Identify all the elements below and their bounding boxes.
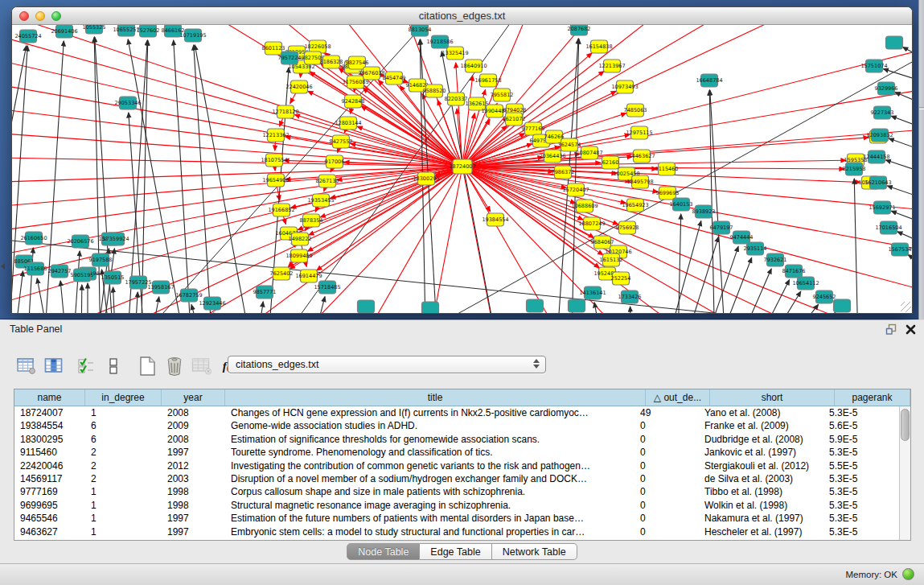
table-row[interactable]: 911546021997Tourette syndrome. Phenomeno… xyxy=(14,446,899,459)
right-splitter[interactable] xyxy=(918,0,924,319)
column-header-year[interactable]: year xyxy=(162,389,225,406)
select-columns-icon[interactable] xyxy=(43,356,64,377)
graph-edge xyxy=(257,302,263,313)
graph-node-label: 7932621 xyxy=(764,257,787,263)
table-cell: Corpus callosum shape and size in male p… xyxy=(225,485,634,498)
citation-network-graph[interactable]: 1872400718226058105433922242004612718120… xyxy=(12,25,912,313)
graph-node-label: 5905195 xyxy=(71,272,94,278)
network-window-titlebar[interactable]: citations_edges.txt xyxy=(12,7,912,25)
table-row[interactable]: 977716911998Corpus callosum shape and si… xyxy=(14,485,899,498)
table-toolbar: f(x) xyxy=(16,352,246,380)
table-cell: 0 xyxy=(634,499,699,512)
graph-edge xyxy=(81,285,82,313)
close-icon[interactable] xyxy=(906,324,916,335)
table-panel-title: Table Panel xyxy=(10,323,62,335)
graph-node-label: 12923446 xyxy=(199,300,225,307)
table-cell: 0 xyxy=(634,472,699,485)
tab-node-table[interactable]: Node Table xyxy=(347,543,420,560)
table-cell: 0 xyxy=(634,459,699,472)
graph-node-label: 8938923 xyxy=(692,208,716,215)
graph-node-label: 9197588 xyxy=(89,257,113,263)
table-panel: Table Panel xyxy=(0,320,924,563)
table-cell: 9777169 xyxy=(14,485,85,498)
table-selector-dropdown[interactable]: citations_edges.txt xyxy=(228,356,546,373)
scrollbar-thumb[interactable] xyxy=(901,409,910,441)
column-header-short[interactable]: short xyxy=(710,389,835,406)
graph-node-label: 12975115 xyxy=(626,130,652,136)
graph-node[interactable] xyxy=(834,299,851,312)
column-header-in_degree[interactable]: in_degree xyxy=(85,389,162,406)
graph-node-label: 8471676 xyxy=(782,268,806,274)
graph-node[interactable] xyxy=(527,299,544,312)
graph-edge xyxy=(854,179,858,313)
network-window[interactable]: citations_edges.txt 18724007182260581054… xyxy=(11,6,913,314)
graph-edge xyxy=(174,40,193,313)
table-row[interactable]: 946362711997Embryonic stem cells: a mode… xyxy=(14,525,899,538)
graph-edge xyxy=(739,269,771,313)
graph-node-label: 252254 xyxy=(611,275,631,282)
graph-node-label: 13958167 xyxy=(147,284,174,290)
column-header-out_de[interactable]: △ out_de... xyxy=(646,389,710,406)
graph-edge xyxy=(125,40,147,313)
graph-node-label: 62160 xyxy=(602,159,619,166)
table-settings-icon[interactable] xyxy=(16,356,37,377)
graph-node-label: 7957224 xyxy=(278,55,302,61)
graph-node-label: 29053346 xyxy=(114,100,141,106)
table-cell: Hescheler et al. (1997) xyxy=(699,525,823,538)
table-row[interactable]: 2242004622012Investigating the contribut… xyxy=(14,459,899,472)
graph-edge xyxy=(788,304,819,313)
table-cell: 2009 xyxy=(162,419,225,432)
table-cell: 5.9E-5 xyxy=(823,433,899,446)
graph-node-label: 1115686 xyxy=(24,266,47,272)
table-cell: 2 xyxy=(85,446,162,459)
new-table-icon[interactable] xyxy=(137,356,158,377)
table-cell: 1 xyxy=(85,512,162,525)
graph-node-label: 18107554 xyxy=(261,157,287,163)
table-cell: 0 xyxy=(634,485,699,498)
graph-edge xyxy=(150,297,159,313)
graph-node[interactable] xyxy=(358,300,375,313)
table-cell: Structural magnetic resonance image aver… xyxy=(225,499,634,512)
table-row[interactable]: 946554611997Estimation of the future num… xyxy=(14,512,899,525)
table-cell: 5.3E-5 xyxy=(823,446,899,459)
graph-node-label: 15718485 xyxy=(314,284,340,290)
table-scrollbar[interactable] xyxy=(899,406,910,540)
graph-node-label: 8215958 xyxy=(843,166,866,172)
tab-network-table[interactable]: Network Table xyxy=(492,543,577,560)
graph-edge xyxy=(630,307,632,313)
tab-edge-table[interactable]: Edge Table xyxy=(420,543,491,560)
splitter-collapse-icon[interactable] xyxy=(1,263,5,270)
table-row[interactable]: 1872400712008Changes of HCN gene express… xyxy=(14,406,899,419)
table-row[interactable]: 969969511998Structural magnetic resonanc… xyxy=(14,499,899,512)
table-row[interactable]: 1456911722003Disruption of a novel membe… xyxy=(14,472,899,485)
memory-status-light[interactable] xyxy=(902,568,914,580)
graph-edge xyxy=(14,271,23,313)
graph-edge xyxy=(430,167,462,313)
graph-node[interactable] xyxy=(886,36,903,49)
table-row[interactable]: 1938455462009Genome-wide association stu… xyxy=(14,419,899,432)
graph-node-label: 16154838 xyxy=(585,43,612,50)
table-cell: Changes of HCN gene expression and I(f) … xyxy=(225,406,634,419)
graph-node[interactable] xyxy=(569,299,585,312)
column-header-name[interactable]: name xyxy=(14,389,85,406)
graph-edge xyxy=(60,281,67,313)
graph-node[interactable] xyxy=(422,302,439,313)
float-window-icon[interactable] xyxy=(885,323,897,335)
table-cell: 5.3E-5 xyxy=(823,472,899,485)
graph-node-label: 18724007 xyxy=(449,163,475,170)
network-canvas[interactable]: 1872400718226058105433922242004612718120… xyxy=(12,25,912,313)
graph-node-label: 18807249 xyxy=(578,220,605,227)
column-header-pagerank[interactable]: pagerank xyxy=(835,389,910,406)
table-row[interactable]: 1830029562008Estimation of significance … xyxy=(14,433,899,446)
row-height-icon[interactable] xyxy=(103,356,124,377)
delete-table-icon[interactable] xyxy=(164,356,185,377)
graph-node-label: 8878354 xyxy=(300,217,323,224)
graph-node-label: 9857771 xyxy=(253,289,277,295)
graph-edge xyxy=(194,45,214,313)
graph-node-label: 16782759 xyxy=(175,292,202,299)
select-rows-icon[interactable] xyxy=(76,356,97,377)
window-resize-grip[interactable] xyxy=(901,302,911,312)
network-window-title: citations_edges.txt xyxy=(12,10,912,22)
column-header-title[interactable]: title xyxy=(225,389,646,406)
graph-node-label: 10973493 xyxy=(611,84,638,90)
